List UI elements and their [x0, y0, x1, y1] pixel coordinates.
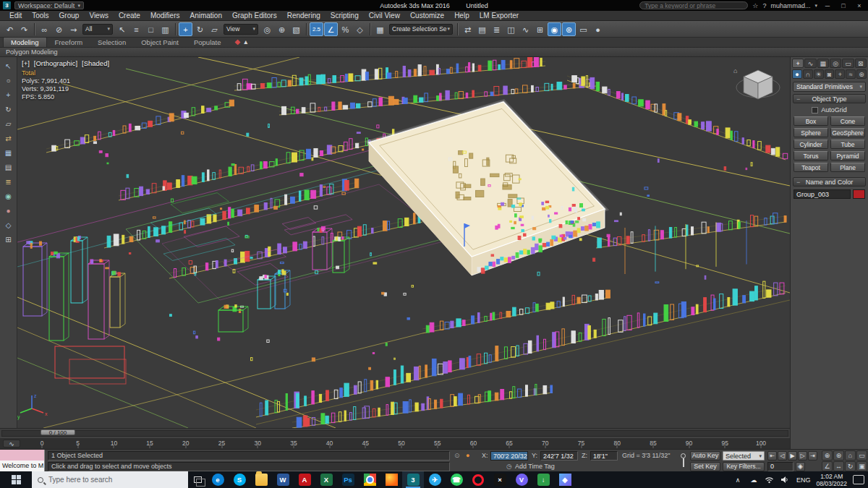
render-production-icon[interactable]: ● [591, 22, 605, 36]
primitive-box-button[interactable]: Box [793, 116, 828, 126]
user-account-button[interactable]: muhammad... [770, 2, 810, 9]
primitive-torus-button[interactable]: Torus [793, 151, 828, 160]
previous-frame-button[interactable]: ◁ [778, 451, 787, 461]
tab-hierarchy[interactable]: ▦ [817, 59, 829, 68]
menu-views[interactable]: Views [84, 12, 114, 20]
name-color-rollout-header[interactable]: − Name and Color [793, 177, 866, 187]
autogrid-checkbox[interactable] [812, 107, 818, 114]
time-slider-track[interactable] [1, 430, 788, 437]
object-color-swatch[interactable] [853, 189, 865, 199]
tray-wifi-icon[interactable] [765, 476, 775, 484]
left-tool-material-icon[interactable]: ◉ [2, 191, 15, 202]
tray-clock[interactable]: 1:02 AM 08/03/2022 [816, 473, 847, 487]
tab-modify[interactable]: ∿ [804, 59, 816, 68]
primitive-sphere-button[interactable]: Sphere [793, 128, 828, 137]
angle-snap-icon[interactable]: ∠ [324, 22, 338, 36]
ribbon-tab-selection[interactable]: Selection [90, 38, 133, 47]
taskbar-app-acrobat[interactable]: A [294, 471, 315, 488]
left-tool-move-icon[interactable]: + [2, 90, 15, 100]
left-tool-snap-icon[interactable]: ◇ [2, 220, 15, 231]
menu-animation[interactable]: Animation [184, 12, 226, 20]
favorites-star-icon[interactable]: ☆ [752, 2, 758, 9]
zoom-extents-icon[interactable]: ⌂ [845, 450, 856, 461]
app-logo-icon[interactable]: 3 [3, 1, 11, 9]
unlink-selection-icon[interactable]: ⊘ [52, 22, 66, 36]
taskbar-app-photoshop[interactable]: Ps [337, 471, 359, 488]
ribbon-tab-freeform[interactable]: Freeform [48, 38, 90, 47]
category-systems[interactable]: ⊛ [856, 69, 867, 79]
menu-edit[interactable]: Edit [4, 12, 27, 20]
bind-to-space-warp-icon[interactable]: ⇝ [67, 22, 80, 36]
snap-toggle-2-5-icon[interactable]: 2.5 [310, 22, 323, 36]
primitive-pyramid-button[interactable]: Pyramid [830, 151, 865, 160]
edit-named-selection-sets-icon[interactable]: ▦ [373, 22, 387, 36]
ribbon-tab-object-paint[interactable]: Object Paint [134, 38, 186, 47]
select-by-name-icon[interactable]: ≡ [129, 22, 143, 36]
go-to-end-button[interactable]: ⇥ [808, 451, 817, 461]
tab-create[interactable]: + [792, 59, 804, 68]
taskbar-app-firefox[interactable] [380, 471, 402, 488]
taskbar-app-opera[interactable] [467, 471, 489, 488]
align-icon[interactable]: ▤ [475, 22, 489, 36]
taskbar-app-excel[interactable]: X [315, 471, 337, 488]
viewport-plus-menu[interactable]: [+] [22, 59, 30, 67]
trackbar-ruler[interactable]: 0510152025303540455055606570758085909510… [42, 438, 761, 449]
left-tool-lasso-icon[interactable]: ○ [2, 75, 15, 86]
viewport-shading-menu[interactable]: [Shaded] [82, 59, 109, 67]
primitive-geosphere-button[interactable]: GeoSphere [830, 128, 865, 137]
category-cameras[interactable]: ◙ [825, 69, 835, 79]
left-tool-scale-icon[interactable]: ▱ [2, 119, 15, 129]
left-tool-align-icon[interactable]: ▤ [2, 162, 15, 173]
use-pivot-point-icon[interactable]: ◎ [260, 22, 274, 36]
taskbar-app-chrome[interactable] [359, 471, 380, 488]
workspace-dropdown[interactable]: Workspace: Default ▾ [14, 1, 84, 9]
taskbar-app-word[interactable]: W [272, 471, 294, 488]
play-animation-button[interactable]: ▶ [788, 451, 797, 461]
spinner-snap-icon[interactable]: ◇ [353, 22, 367, 36]
tray-language-button[interactable]: ENG [796, 476, 811, 484]
set-key-button[interactable]: Set Key [690, 462, 720, 471]
ribbon-config-icon[interactable]: ◆ [234, 38, 240, 46]
current-frame-field[interactable]: 0 [767, 462, 793, 471]
zoom-all-icon[interactable]: ⊛ [833, 450, 844, 461]
left-tool-mirror-icon[interactable]: ⇄ [2, 133, 15, 144]
left-tool-array-icon[interactable]: ▦ [2, 147, 15, 158]
mirror-icon[interactable]: ⇄ [461, 22, 475, 36]
window-crossing-icon[interactable]: ▥ [158, 22, 172, 36]
next-frame-button[interactable]: ▷ [798, 451, 807, 461]
reference-coordinate-dropdown[interactable]: View▾ [224, 24, 258, 35]
viewport-pov-menu[interactable]: [Orthographic] [34, 59, 77, 67]
left-tool-grid-icon[interactable]: ⊞ [2, 234, 15, 245]
key-mode-toggle-icon[interactable]: ◈ [796, 462, 805, 471]
primitive-cylinder-button[interactable]: Cylinder [793, 140, 828, 149]
y-coordinate-field[interactable]: 242'7 1/32 [540, 451, 578, 461]
orbit-icon[interactable]: ↻ [845, 461, 856, 471]
render-setup-icon[interactable]: ⊛ [562, 22, 576, 36]
taskbar-app-whatsapp[interactable]: ☎ [446, 471, 467, 488]
primitive-cone-button[interactable]: Cone [830, 116, 865, 126]
menu-tools[interactable]: Tools [27, 12, 54, 20]
keyboard-shortcut-override-icon[interactable]: ▧ [289, 22, 303, 36]
curve-editor-icon[interactable]: ∿ [519, 22, 532, 36]
primitive-tube-button[interactable]: Tube [830, 140, 865, 149]
isolate-selection-toggle-icon[interactable]: ⊙ [454, 452, 460, 459]
category-lights[interactable]: ☀ [814, 69, 824, 79]
menu-group[interactable]: Group [54, 12, 85, 20]
pan-view-icon[interactable]: ↔ [833, 461, 844, 471]
scene-explorer-icon[interactable]: ◫ [504, 22, 518, 36]
x-coordinate-field[interactable]: 700'2 20/32 [490, 451, 528, 461]
undo-icon[interactable]: ↶ [3, 22, 17, 36]
taskbar-app-telegram[interactable]: ✈ [424, 471, 446, 488]
category-space-warps[interactable]: ≈ [846, 69, 856, 79]
menu-scripting[interactable]: Scripting [326, 12, 364, 20]
ribbon-collapse-icon[interactable]: ▴ [244, 38, 247, 46]
taskbar-app-idm[interactable]: ↓ [532, 471, 554, 488]
tray-chevron-up-icon[interactable]: ∧ [733, 476, 743, 484]
named-selection-sets-dropdown[interactable]: Create Selection Se▾ [389, 24, 453, 35]
percent-snap-icon[interactable]: % [339, 22, 352, 36]
tray-volume-icon[interactable] [780, 476, 791, 484]
time-slider-handle[interactable]: 0 / 100 [41, 429, 75, 435]
add-time-tag[interactable]: Add Time Tag [515, 463, 555, 470]
mini-curve-editor-icon[interactable]: ∿ [3, 440, 20, 448]
menu-help[interactable]: Help [449, 12, 475, 20]
